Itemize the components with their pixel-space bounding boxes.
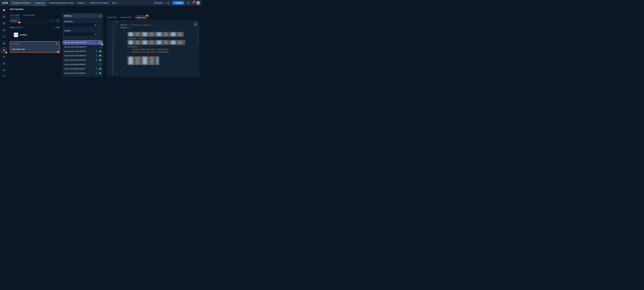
fold-spacer [114,62,116,64]
top-tab[interactable]: Simulator [76,0,88,6]
integration-group-zendesk[interactable]: zendesk Zendesk [10,33,27,37]
filter-button[interactable]: Filter [54,27,60,28]
event-count-badge: 1 [96,72,98,74]
code-text: } [116,72,118,75]
top-tab[interactable]: MITRE ATT&CK Monitor [88,0,111,6]
code-text: "B4087BA9-7C74-44A1-9CDA-7E88DD914B0B" [116,51,169,53]
add-integration-button[interactable]: + [56,19,60,23]
sidebar-item-schedule[interactable] [0,40,8,47]
success-check-icon [99,50,101,52]
fold-spacer [114,59,116,62]
sort-by-dropdown[interactable]: Default [16,27,23,28]
sidebar-item-data-ingestion[interactable]: a [0,47,8,54]
run-list-item[interactable]: Aug 25, 2025 07:26 PM PST1 [62,58,103,62]
run-list-item[interactable]: Jul 04, 2025 05:12 PM PST1 [62,71,103,75]
sidebar-item-connections[interactable] [0,54,8,60]
sort-by-label: Sort By [10,27,15,28]
top-tab[interactable]: Preprocessing Playbook Viewer [47,0,75,6]
fold-chevron-icon[interactable] [114,29,116,32]
run-list-item[interactable]: Aug 25, 2025 06:01 PM PST [62,62,103,67]
to-date-input[interactable] [64,32,101,36]
filter-runs-button[interactable] [94,14,98,18]
globe-icon [2,76,5,77]
fold-spacer [114,64,116,67]
clock-icon[interactable] [98,24,100,26]
tab-output-data[interactable]: Output Data [107,16,117,18]
search-icon[interactable] [52,20,54,22]
sidebar-item-globe[interactable] [0,74,8,77]
notifications-icon[interactable]: 2 [192,2,194,4]
sidebar-item-utilities[interactable] [0,33,8,40]
scrollbar-thumb[interactable] [198,25,199,45]
copy-icon [194,23,196,25]
d3-logo[interactable]: D3 [0,2,10,5]
line-number: 1 [107,21,114,24]
code-text [116,64,127,67]
connection-title: Site: Demo Site [12,48,25,50]
sidebar-item-settings[interactable] [0,60,8,67]
top-tab[interactable]: Configuration [33,0,47,6]
add-incident-button[interactable]: + Incident [172,1,184,5]
search-icons: ✕ [49,20,55,22]
webhook-connection-card[interactable]: WEBHOOK Site: Demo Site c [10,41,60,53]
runs-panel: All Runs From (PST) To (PST) [62,14,103,77]
sidebar-item-playbooks[interactable] [0,20,8,27]
page-title: Data Ingestion [10,8,24,10]
from-date-label: From (PST) [64,21,73,23]
run-list-item[interactable]: Aug 26, 2025 10:15 AM PST1 [62,53,103,58]
run-list-item[interactable]: Sep 16, 2025 10:25 AM PST [62,45,103,49]
tab-event-list[interactable]: Event List [137,16,146,18]
code-text [116,56,127,59]
code-line: 4{ [107,29,199,32]
run-list-item[interactable]: Aug 26, 2025 10:36 AM PST1 [62,49,103,53]
event-count-badge: 1 [96,54,98,57]
search-input[interactable] [10,20,49,22]
run-timestamp: Jul 04, 2025 05:12 PM PST [64,72,96,74]
to-date-label: To (PST) [64,30,70,32]
clear-search-icon[interactable]: ✕ [49,20,50,22]
fold-spacer [114,48,116,51]
document-icon[interactable] [187,2,190,4]
line-number: 2 [107,24,114,26]
run-list-item[interactable]: Sep 16, 2025 10:50 AM PST1d [62,40,103,45]
event-count-badge: 1 [96,59,98,61]
sidebar-item-live-feed[interactable] [0,67,8,74]
fold-chevron-icon[interactable] [114,45,116,48]
info-icon[interactable] [167,2,169,4]
code-line: 7"eventId": 1959770, [107,37,199,40]
intake-tabs: Event Intake Incident Intake [10,14,35,17]
from-date-input[interactable] [64,23,101,27]
tab-ingested-data[interactable]: Ingested Data [120,16,132,18]
success-check-icon [99,72,101,74]
calendar-icon[interactable] [95,33,96,35]
copy-button[interactable] [194,22,197,26]
tab-event-intake[interactable]: Event Intake [10,14,20,17]
sidebar-item-home[interactable] [0,7,8,13]
fold-chevron-icon[interactable] [114,26,116,29]
run-list-item[interactable]: Jul 04, 2025 05:18 PM PST1 [62,67,103,71]
fold-chevron-icon[interactable] [114,21,116,24]
code-text [116,43,127,45]
top-tab[interactable]: Investigation Dashboard [10,0,32,6]
success-check-icon [99,59,101,61]
eye-icon[interactable] [56,43,58,45]
code-line: 13], [107,53,199,56]
chevron-down-icon [164,2,165,3]
top-tab[interactable]: More [111,0,120,6]
chevron-down-icon[interactable] [10,34,12,36]
refresh-icon [99,15,102,17]
sidebar-item-board[interactable] [0,13,8,20]
top-tab-label: Investigation Dashboard [12,2,30,4]
sidebar-item-integrations[interactable] [0,27,8,33]
run-timestamp: Jul 04, 2025 05:18 PM PST [64,68,96,70]
line-number: 19 [107,70,114,72]
tab-incident-intake[interactable]: Incident Intake [23,14,35,17]
redacted-content-block [127,40,186,45]
annotation-badge-b: b [18,21,20,24]
code-line: 12"B4087BA9-7C74-44A1-9CDA-7E88DD914B0B" [107,51,199,53]
environment-selector[interactable]: Master [154,2,165,4]
calendar-icon[interactable] [95,24,96,26]
clock-icon[interactable] [98,33,100,35]
refresh-button[interactable] [99,15,102,17]
user-avatar[interactable] [196,1,200,5]
